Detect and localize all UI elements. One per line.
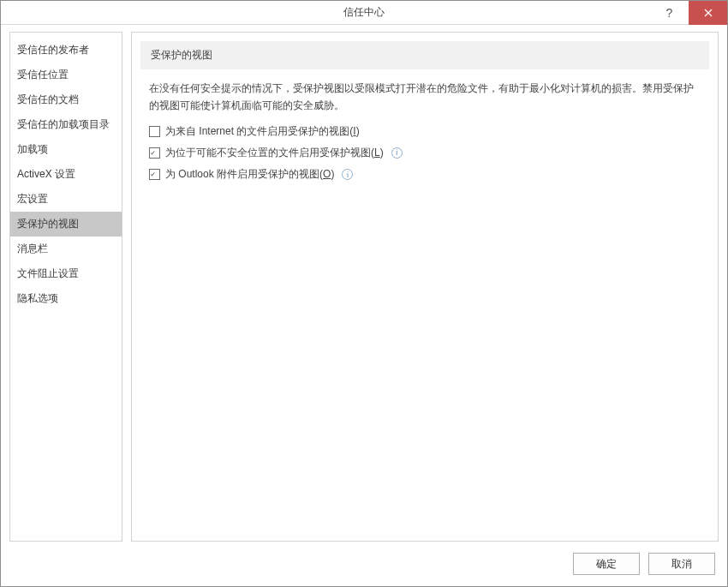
checkbox-row-0: 为来自 Internet 的文件启用受保护的视图(I)	[149, 123, 701, 140]
cancel-button[interactable]: 取消	[648, 553, 715, 575]
sidebar-item-0[interactable]: 受信任的发布者	[10, 38, 122, 63]
checkbox-2[interactable]	[149, 169, 160, 180]
sidebar-item-label: ActiveX 设置	[17, 168, 75, 180]
checkbox-list: 为来自 Internet 的文件启用受保护的视图(I)为位于可能不安全位置的文件…	[149, 123, 701, 183]
info-icon[interactable]: i	[342, 169, 353, 180]
sidebar-item-5[interactable]: ActiveX 设置	[10, 162, 122, 187]
sidebar-item-label: 隐私选项	[17, 292, 58, 304]
sidebar-item-label: 宏设置	[17, 193, 48, 205]
checkbox-label-0[interactable]: 为来自 Internet 的文件启用受保护的视图(I)	[165, 123, 360, 140]
sidebar-item-6[interactable]: 宏设置	[10, 187, 122, 212]
content-panel: 受保护的视图 在没有任何安全提示的情况下，受保护视图以受限模式打开潜在的危险文件…	[131, 32, 719, 542]
checkbox-label-pre: 为位于可能不安全位置的文件启用受保护视图(	[165, 147, 374, 159]
checkbox-label-post: )	[380, 147, 384, 159]
help-icon: ?	[666, 6, 673, 20]
sidebar-item-label: 受信任的文档	[17, 93, 79, 105]
sidebar-item-4[interactable]: 加载项	[10, 137, 122, 162]
category-sidebar: 受信任的发布者受信任位置受信任的文档受信任的加载项目录加载项ActiveX 设置…	[9, 32, 122, 542]
checkbox-label-1[interactable]: 为位于可能不安全位置的文件启用受保护视图(L)	[165, 145, 384, 161]
checkbox-label-pre: 为来自 Internet 的文件启用受保护的视图(	[165, 125, 353, 137]
checkbox-label-post: )	[356, 125, 360, 137]
checkbox-label-accel: O	[323, 168, 331, 180]
ok-button[interactable]: 确定	[573, 553, 640, 575]
sidebar-item-2[interactable]: 受信任的文档	[10, 87, 122, 112]
sidebar-item-10[interactable]: 隐私选项	[10, 286, 122, 311]
checkbox-0[interactable]	[149, 126, 160, 137]
sidebar-item-label: 消息栏	[17, 243, 48, 255]
checkbox-label-2[interactable]: 为 Outlook 附件启用受保护的视图(O)	[165, 166, 334, 183]
checkbox-1[interactable]	[149, 147, 160, 159]
checkbox-label-post: )	[331, 168, 334, 180]
sidebar-item-9[interactable]: 文件阻止设置	[10, 261, 122, 286]
sidebar-item-8[interactable]: 消息栏	[10, 237, 122, 261]
sidebar-item-label: 加载项	[17, 143, 48, 155]
sidebar-item-label: 受信任位置	[17, 69, 69, 81]
section-description: 在没有任何安全提示的情况下，受保护视图以受限模式打开潜在的危险文件，有助于最小化…	[149, 80, 701, 115]
window-title: 信任中心	[1, 5, 727, 20]
sidebar-item-label: 文件阻止设置	[17, 267, 79, 279]
titlebar-controls: ?	[650, 1, 727, 25]
help-button[interactable]: ?	[650, 1, 689, 25]
checkbox-label-pre: 为 Outlook 附件启用受保护的视图(	[165, 168, 323, 180]
titlebar: 信任中心 ?	[1, 1, 727, 25]
sidebar-item-3[interactable]: 受信任的加载项目录	[10, 112, 122, 137]
trust-center-window: 信任中心 ? 受信任的发布者受信任位置受信任的文档受信任的加载项目录加载项Act…	[0, 0, 728, 587]
section-body: 在没有任何安全提示的情况下，受保护视图以受限模式打开潜在的危险文件，有助于最小化…	[132, 80, 718, 183]
cancel-button-label: 取消	[671, 557, 692, 572]
checkbox-row-2: 为 Outlook 附件启用受保护的视图(O)i	[149, 166, 701, 183]
ok-button-label: 确定	[596, 557, 617, 572]
content-column: 受保护的视图 在没有任何安全提示的情况下，受保护视图以受限模式打开潜在的危险文件…	[131, 32, 719, 542]
info-icon[interactable]: i	[391, 147, 403, 159]
sidebar-item-label: 受信任的加载项目录	[17, 118, 110, 130]
close-button[interactable]	[689, 1, 727, 25]
sidebar-item-1[interactable]: 受信任位置	[10, 63, 122, 87]
sidebar-item-7[interactable]: 受保护的视图	[10, 212, 122, 237]
dialog-footer: 确定 取消	[1, 542, 727, 586]
section-header: 受保护的视图	[140, 41, 709, 69]
checkbox-row-1: 为位于可能不安全位置的文件启用受保护视图(L)i	[149, 145, 701, 161]
dialog-body: 受信任的发布者受信任位置受信任的文档受信任的加载项目录加载项ActiveX 设置…	[1, 25, 727, 542]
sidebar-item-label: 受保护的视图	[17, 218, 79, 230]
close-icon	[704, 9, 713, 17]
checkbox-label-accel: L	[374, 147, 380, 159]
sidebar-item-label: 受信任的发布者	[17, 44, 89, 56]
